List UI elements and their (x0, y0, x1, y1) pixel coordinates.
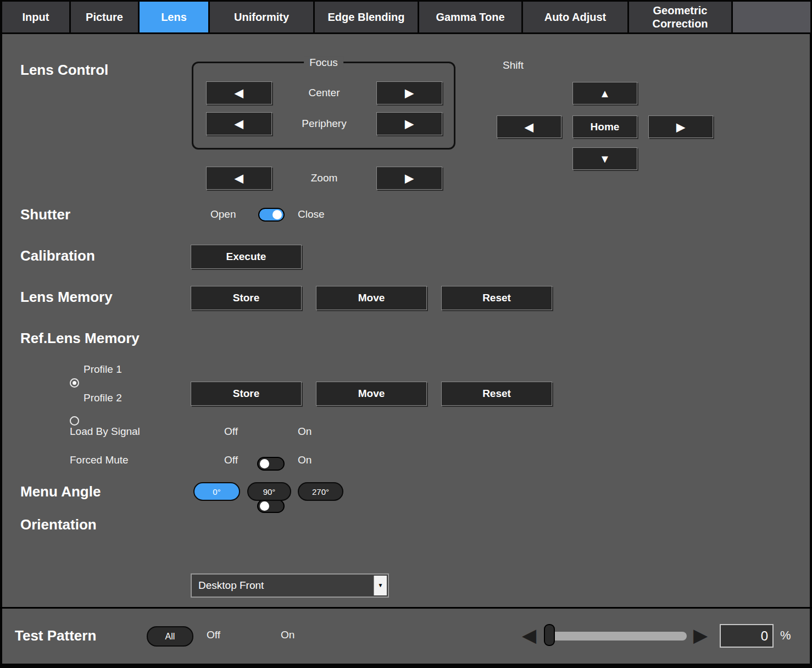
calibration-execute-button[interactable]: Execute (191, 245, 302, 269)
test-pattern-on-label: On (281, 629, 294, 641)
focus-center-decrease-button[interactable]: ◀ (206, 81, 272, 104)
focus-periphery-decrease-button[interactable]: ◀ (206, 112, 272, 135)
load-by-signal-off-label: Off (224, 426, 238, 438)
tab-edge-blending[interactable]: Edge Blending (315, 2, 418, 32)
tab-picture[interactable]: Picture (71, 2, 138, 32)
focus-group: Focus (192, 62, 455, 150)
arrow-right-icon: ▶ (405, 87, 413, 98)
zoom-label: Zoom (272, 172, 376, 184)
shift-right-button[interactable]: ▶ (648, 115, 713, 138)
forced-mute-label: Forced Mute (70, 454, 129, 466)
arrow-left-icon: ◀ (235, 87, 243, 98)
arrow-up-icon: ▲ (599, 88, 610, 99)
shutter-toggle[interactable] (258, 208, 285, 222)
tab-uniformity[interactable]: Uniformity (210, 2, 313, 32)
test-pattern-slider-thumb[interactable] (544, 624, 555, 646)
lens-memory-move-button[interactable]: Move (316, 286, 427, 310)
shift-left-button[interactable]: ◀ (497, 115, 561, 138)
focus-periphery-label: Periphery (272, 118, 376, 130)
ref-lens-memory-reset-button[interactable]: Reset (441, 382, 552, 406)
lens-memory-title: Lens Memory (20, 289, 113, 306)
projector-control-window: Input Picture Lens Uniformity Edge Blend… (0, 0, 812, 668)
profile-2-radio[interactable] (70, 416, 79, 426)
menu-angle-0-button[interactable]: 0° (193, 482, 240, 501)
dropdown-arrow-button[interactable]: ▼ (374, 576, 387, 595)
load-by-signal-on-label: On (298, 426, 312, 438)
menu-angle-90-button[interactable]: 90° (247, 482, 291, 501)
slider-decrease-arrow[interactable]: ◀ (522, 626, 536, 644)
orientation-title: Orientation (20, 516, 97, 533)
percent-unit-label: % (780, 628, 791, 643)
menu-angle-270-button[interactable]: 270° (298, 482, 343, 501)
toggle-knob (260, 459, 269, 468)
ref-lens-memory-title: Ref.Lens Memory (20, 330, 140, 347)
shutter-open-label: Open (210, 208, 236, 220)
arrow-right-icon: ▶ (405, 118, 413, 129)
arrow-right-icon: ▶ (676, 122, 685, 133)
test-pattern-title: Test Pattern (15, 627, 96, 644)
tab-geometric-correction[interactable]: Geometric Correction (629, 2, 731, 32)
test-pattern-slider-track[interactable] (549, 632, 687, 641)
orientation-dropdown-value: Desktop Front (198, 579, 264, 592)
shift-down-button[interactable]: ▼ (572, 147, 637, 170)
shift-label: Shift (503, 59, 524, 71)
forced-mute-on-label: On (298, 454, 312, 466)
slider-increase-arrow[interactable]: ▶ (693, 626, 708, 644)
shutter-close-label: Close (298, 208, 325, 220)
forced-mute-toggle[interactable] (257, 499, 285, 513)
forced-mute-off-label: Off (224, 454, 238, 466)
zoom-decrease-button[interactable]: ◀ (206, 167, 272, 190)
test-pattern-percent-input[interactable] (720, 624, 774, 648)
shutter-title: Shutter (20, 206, 70, 223)
shift-home-button[interactable]: Home (572, 115, 637, 138)
tab-input[interactable]: Input (2, 2, 69, 32)
toggle-knob (260, 501, 269, 511)
focus-periphery-increase-button[interactable]: ▶ (376, 112, 442, 135)
tab-auto-adjust[interactable]: Auto Adjust (523, 2, 627, 32)
lens-control-title: Lens Control (20, 62, 108, 79)
test-pattern-bar (2, 609, 810, 664)
focus-group-legend: Focus (304, 57, 343, 69)
test-pattern-off-label: Off (207, 629, 220, 641)
focus-center-increase-button[interactable]: ▶ (376, 81, 442, 104)
tab-gamma-tone[interactable]: Gamma Tone (419, 2, 521, 32)
toggle-knob (272, 210, 282, 219)
profile-1-radio[interactable] (70, 378, 79, 388)
arrow-left-icon: ◀ (235, 173, 243, 184)
calibration-title: Calibration (20, 247, 95, 264)
ref-lens-memory-move-button[interactable]: Move (316, 382, 427, 406)
focus-center-label: Center (272, 87, 376, 99)
profile-1-label[interactable]: Profile 1 (84, 363, 122, 376)
arrow-right-icon: ▶ (405, 173, 413, 184)
chevron-down-icon: ▼ (378, 583, 383, 588)
orientation-dropdown[interactable]: Desktop Front ▼ (191, 573, 389, 598)
arrow-left-icon: ◀ (525, 122, 533, 133)
ref-lens-memory-store-button[interactable]: Store (191, 382, 302, 406)
zoom-increase-button[interactable]: ▶ (376, 167, 442, 190)
shift-up-button[interactable]: ▲ (572, 82, 637, 104)
tab-empty-slot (733, 2, 810, 32)
arrow-left-icon: ◀ (235, 118, 243, 129)
test-pattern-all-button[interactable]: All (147, 626, 193, 647)
tab-lens[interactable]: Lens (140, 2, 208, 32)
tab-bar: Input Picture Lens Uniformity Edge Blend… (0, 0, 812, 34)
load-by-signal-toggle[interactable] (257, 457, 285, 471)
menu-angle-title: Menu Angle (20, 483, 101, 500)
profile-2-label[interactable]: Profile 2 (84, 392, 122, 404)
lens-memory-store-button[interactable]: Store (191, 286, 302, 310)
load-by-signal-label: Load By Signal (70, 426, 140, 438)
arrow-down-icon: ▼ (599, 153, 610, 164)
lens-memory-reset-button[interactable]: Reset (441, 286, 552, 310)
